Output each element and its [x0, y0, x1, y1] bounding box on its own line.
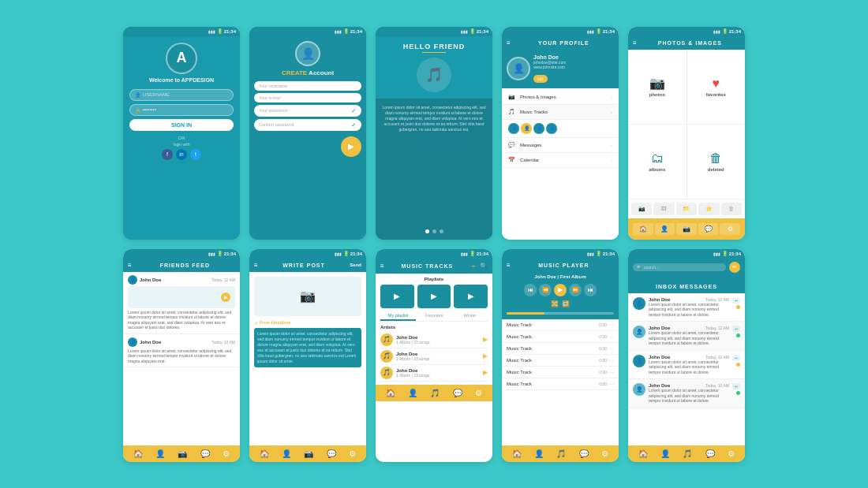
user-icon[interactable]: 👤: [155, 449, 165, 458]
repeat-icon[interactable]: 🔁: [562, 300, 570, 307]
search-icon[interactable]: 🔍: [480, 263, 488, 270]
user-icon[interactable]: 👤: [408, 389, 417, 397]
email-field[interactable]: Your e-mail: [254, 93, 361, 102]
settings-icon[interactable]: ⚙: [475, 389, 482, 397]
bottom-icon-3[interactable]: 📷: [676, 223, 697, 235]
edit-button[interactable]: ✏: [729, 262, 740, 273]
reply-button-3[interactable]: ↩: [732, 355, 740, 361]
chat-icon[interactable]: 💬: [200, 449, 210, 458]
dot-1[interactable]: [425, 229, 429, 233]
artist-3[interactable]: 🎵 John Doe 1 Album | 23 songs ▶: [380, 365, 488, 382]
music-icon[interactable]: 🎵: [683, 449, 692, 458]
menu-photos[interactable]: 📷 Photos & Images ›: [502, 90, 619, 105]
chat-icon[interactable]: 💬: [705, 449, 715, 458]
deleted-cell[interactable]: 🗑 deleted: [687, 125, 746, 199]
settings-icon[interactable]: ⚙: [601, 449, 608, 458]
edit-profile-button[interactable]: edit: [533, 75, 548, 83]
music-icon[interactable]: 🎵: [556, 449, 566, 458]
home-icon[interactable]: 🏠: [386, 389, 395, 397]
tab-my-playlist[interactable]: My playlist: [380, 311, 416, 321]
add-track-icon[interactable]: ＋: [470, 262, 477, 270]
send-button[interactable]: Send: [350, 263, 361, 267]
hamburger-icon[interactable]: ≡: [633, 39, 637, 47]
password-field[interactable]: 🔒 ••••••••: [129, 104, 234, 116]
track-3[interactable]: Music Track 0:00 —: [502, 343, 619, 355]
artist-play-2[interactable]: ▶: [483, 352, 488, 359]
playlist-card-1[interactable]: ▶: [380, 285, 414, 308]
signin-button[interactable]: SIGN IN: [129, 119, 234, 131]
msg-4[interactable]: 👤 John Doe Today, 12 AM Lorem ipsum dolo…: [628, 379, 745, 408]
next-button[interactable]: ▶: [341, 136, 361, 157]
shuffle-icon[interactable]: 🔀: [551, 300, 559, 307]
dot-3[interactable]: [440, 229, 443, 233]
bottom-icon-4[interactable]: 💬: [698, 223, 719, 235]
msg-1[interactable]: 👤 John Doe Today, 12 AM Lorem ipsum dolo…: [628, 293, 745, 322]
post-text-area[interactable]: Lorem ipsum dolor sit amet, consectetur …: [254, 328, 361, 367]
reply-button-1[interactable]: ↩: [732, 297, 740, 304]
settings-icon[interactable]: ⚙: [728, 449, 735, 458]
play-button[interactable]: ▶: [554, 284, 567, 296]
bottom-icon-2[interactable]: 👤: [655, 223, 675, 235]
post-image-box[interactable]: 📷: [254, 277, 361, 316]
music-icon[interactable]: 🎵: [430, 389, 440, 397]
forward-button[interactable]: ⏩: [569, 284, 582, 296]
user-icon[interactable]: 👤: [282, 449, 291, 458]
home-icon[interactable]: 🏠: [260, 449, 269, 458]
track-5[interactable]: Music Track 0:00 —: [502, 367, 619, 378]
track-2[interactable]: Music Track 0:00 —: [502, 331, 619, 343]
tab-favorites[interactable]: Favorites: [416, 311, 451, 321]
reply-button-2[interactable]: ↩: [732, 326, 740, 332]
menu-calendar[interactable]: 📅 Calendar ›: [502, 153, 619, 168]
progress-track[interactable]: [507, 312, 614, 315]
hamburger-icon[interactable]: ≡: [128, 262, 132, 269]
photos-cell[interactable]: 📷 photos: [628, 50, 687, 124]
chat-icon[interactable]: 💬: [327, 449, 336, 458]
favorites-cell[interactable]: ♥ favorites: [687, 50, 746, 124]
username-field[interactable]: 👤 USERNAME: [129, 89, 234, 101]
user-icon[interactable]: 👤: [534, 449, 544, 458]
playlist-card-3[interactable]: ▶: [454, 285, 488, 308]
hamburger-icon[interactable]: ≡: [380, 263, 384, 270]
rewind-button[interactable]: ⏪: [539, 284, 552, 296]
dot-2[interactable]: [432, 229, 436, 233]
settings-icon[interactable]: ⚙: [223, 449, 230, 458]
twitter-icon[interactable]: t: [190, 149, 201, 160]
reply-button-4[interactable]: ↩: [732, 383, 740, 389]
artist-play-1[interactable]: ▶: [483, 336, 488, 343]
track-4[interactable]: Music Track 0:00 —: [502, 355, 619, 367]
albums-cell[interactable]: 🗂 albums: [628, 125, 687, 199]
settings-icon[interactable]: ⚙: [349, 449, 356, 458]
chat-icon[interactable]: 💬: [579, 449, 589, 458]
play-button-1[interactable]: ▶: [221, 292, 230, 302]
prev-button[interactable]: ⏮: [524, 284, 537, 296]
track-1[interactable]: Music Track 0:00 —: [502, 319, 619, 331]
hamburger-icon[interactable]: ≡: [507, 262, 511, 269]
nickname-field[interactable]: Your nickname: [254, 81, 361, 91]
camera-icon[interactable]: 📷: [178, 449, 187, 458]
next-button[interactable]: ⏭: [584, 284, 597, 296]
msg-3[interactable]: 👤 John Doe Today, 12 AM Lorem ipsum dolo…: [628, 351, 745, 380]
artist-1[interactable]: 🎵 John Doe 1 Album | 23 songs ▶: [380, 332, 488, 348]
artist-play-3[interactable]: ▶: [483, 369, 488, 376]
chat-icon[interactable]: 💬: [453, 389, 462, 397]
hamburger-icon[interactable]: ≡: [507, 39, 511, 47]
confirm-password-field[interactable]: Confirm password ✓: [254, 119, 361, 131]
playlist-card-2[interactable]: ▶: [417, 285, 451, 308]
msg-2[interactable]: 👤 John Doe Today, 12 AM Lorem ipsum dolo…: [628, 322, 745, 351]
menu-messages[interactable]: 💬 Messages ›: [502, 138, 619, 153]
menu-music[interactable]: 🎵 Music Tracks ›: [502, 105, 619, 120]
home-icon[interactable]: 🏠: [512, 449, 522, 458]
bottom-icon-1[interactable]: 🏠: [633, 223, 653, 235]
facebook-icon[interactable]: f: [162, 149, 173, 160]
bottom-icon-5[interactable]: ⚙: [720, 223, 740, 235]
tab-winter[interactable]: Winter: [452, 311, 488, 321]
home-icon[interactable]: 🏠: [638, 449, 648, 458]
password-field[interactable]: Your password ✓: [254, 105, 361, 117]
artist-2[interactable]: 🎵 John Doe 1 Album | 23 songs ▶: [380, 348, 488, 365]
camera-icon[interactable]: 📷: [304, 449, 313, 458]
user-icon[interactable]: 👤: [660, 449, 670, 458]
home-icon[interactable]: 🏠: [133, 449, 143, 458]
inbox-search[interactable]: 🔍 search...: [633, 263, 726, 271]
hamburger-icon[interactable]: ≡: [254, 262, 258, 269]
linkedin-icon[interactable]: in: [176, 149, 187, 160]
